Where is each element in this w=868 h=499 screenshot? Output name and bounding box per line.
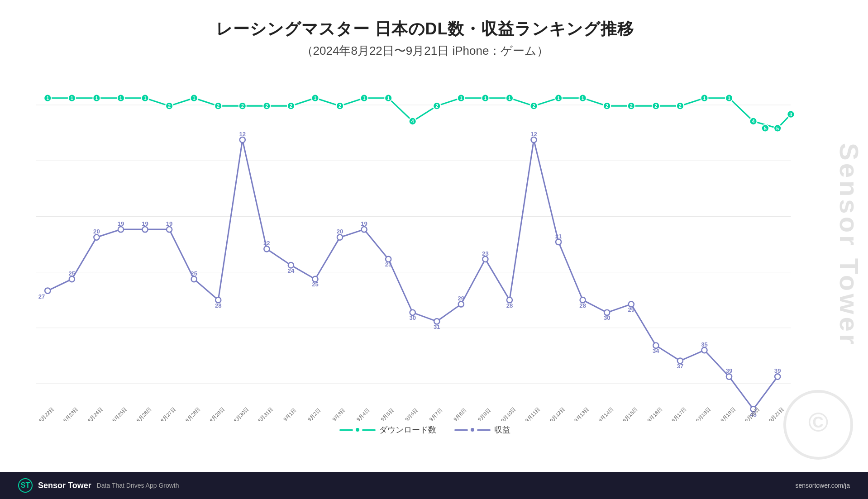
svg-text:9月11日: 9月11日 [524, 406, 541, 421]
chart-title: レーシングマスター 日本のDL数・収益ランキング推移 [36, 18, 814, 40]
svg-text:9月13日: 9月13日 [573, 406, 590, 421]
svg-text:2: 2 [339, 103, 341, 109]
svg-text:1: 1 [728, 95, 730, 101]
footer-logo: ST [18, 478, 33, 493]
svg-text:8月28日: 8月28日 [184, 406, 201, 421]
chart-area: 27 25 20 19 19 19 25 [36, 68, 814, 421]
svg-text:1: 1 [387, 95, 390, 101]
svg-text:1: 1 [95, 95, 98, 101]
svg-text:9月5日: 9月5日 [380, 407, 395, 421]
svg-point-6 [45, 288, 50, 293]
svg-point-66 [775, 374, 780, 379]
svg-text:20: 20 [93, 228, 100, 235]
svg-text:12: 12 [530, 131, 537, 138]
svg-text:9月18日: 9月18日 [695, 406, 711, 421]
svg-text:8月30日: 8月30日 [233, 406, 249, 421]
svg-text:37: 37 [677, 363, 684, 370]
chart-container: レーシングマスター 日本のDL数・収益ランキング推移 （2024年8月22日〜9… [0, 0, 868, 499]
svg-text:8月26日: 8月26日 [135, 406, 152, 421]
svg-text:24: 24 [288, 267, 295, 274]
svg-point-32 [362, 227, 367, 232]
svg-text:8月31日: 8月31日 [257, 406, 274, 421]
svg-text:21: 21 [555, 233, 562, 240]
svg-text:8月27日: 8月27日 [160, 406, 176, 421]
svg-text:19: 19 [118, 220, 124, 227]
svg-text:4: 4 [752, 119, 755, 124]
svg-text:2: 2 [217, 103, 219, 109]
svg-text:4: 4 [411, 119, 415, 124]
svg-text:34: 34 [653, 347, 659, 354]
svg-text:2: 2 [290, 103, 292, 109]
svg-text:12: 12 [239, 131, 246, 138]
svg-text:1: 1 [484, 95, 486, 101]
svg-text:9月8日: 9月8日 [453, 407, 467, 421]
svg-text:9月19日: 9月19日 [720, 406, 736, 421]
footer-brand-name: Sensor Tower [38, 481, 91, 490]
svg-text:39: 39 [774, 367, 781, 374]
svg-text:2: 2 [679, 103, 682, 109]
svg-text:2: 2 [606, 103, 608, 109]
svg-point-8 [69, 276, 75, 282]
svg-text:9月14日: 9月14日 [597, 406, 614, 421]
svg-text:8月24日: 8月24日 [87, 406, 104, 421]
svg-text:1: 1 [703, 95, 706, 101]
svg-point-46 [531, 137, 536, 143]
svg-text:28: 28 [215, 302, 222, 309]
svg-point-24 [264, 246, 269, 252]
svg-point-30 [337, 234, 343, 240]
svg-text:9月12日: 9月12日 [549, 406, 566, 421]
svg-point-22 [240, 137, 245, 143]
svg-text:25: 25 [191, 270, 197, 277]
svg-text:1: 1 [193, 95, 196, 101]
svg-text:39: 39 [726, 367, 733, 374]
svg-point-42 [482, 257, 488, 262]
svg-text:1: 1 [46, 95, 49, 101]
svg-text:28: 28 [506, 302, 513, 309]
svg-text:9月6日: 9月6日 [404, 407, 419, 421]
svg-text:19: 19 [361, 220, 367, 227]
svg-text:1: 1 [460, 95, 463, 101]
svg-text:35: 35 [701, 341, 708, 348]
svg-text:9月9日: 9月9日 [477, 407, 491, 421]
svg-text:28: 28 [579, 302, 586, 309]
svg-text:19: 19 [142, 220, 148, 227]
svg-point-62 [726, 374, 732, 379]
svg-text:30: 30 [604, 314, 610, 321]
svg-text:30: 30 [409, 314, 416, 321]
svg-text:9月21日: 9月21日 [768, 406, 785, 421]
svg-text:31: 31 [434, 323, 440, 330]
svg-point-60 [701, 347, 707, 353]
svg-point-40 [458, 301, 464, 307]
svg-text:2: 2 [654, 103, 657, 109]
svg-text:9月16日: 9月16日 [646, 406, 663, 421]
chart-legend: ダウンロード数 収益 [36, 424, 814, 435]
svg-text:9月3日: 9月3日 [331, 407, 346, 421]
svg-text:9月4日: 9月4日 [355, 407, 370, 421]
svg-point-12 [118, 227, 124, 232]
footer-brand-section: ST Sensor Tower Data That Drives App Gro… [18, 478, 179, 493]
chart-subtitle: （2024年8月22日〜9月21日 iPhone：ゲーム） [36, 43, 814, 59]
svg-text:9月10日: 9月10日 [500, 406, 517, 421]
svg-text:1: 1 [362, 95, 365, 101]
svg-text:2: 2 [241, 103, 244, 109]
svg-text:25: 25 [69, 270, 76, 277]
svg-text:1: 1 [582, 95, 584, 101]
chart-svg: 27 25 20 19 19 19 25 [36, 68, 814, 421]
svg-text:9月15日: 9月15日 [621, 406, 638, 421]
svg-text:1: 1 [314, 95, 316, 101]
svg-text:9月7日: 9月7日 [428, 407, 443, 421]
svg-point-18 [191, 276, 197, 282]
svg-text:9月1日: 9月1日 [282, 407, 297, 421]
svg-text:8月22日: 8月22日 [38, 406, 55, 421]
svg-text:23: 23 [385, 261, 392, 268]
svg-text:2: 2 [532, 103, 535, 109]
svg-text:2: 2 [435, 103, 438, 109]
svg-text:5: 5 [764, 125, 767, 131]
svg-text:1: 1 [119, 95, 122, 101]
svg-text:2: 2 [265, 103, 268, 109]
svg-text:23: 23 [482, 250, 489, 257]
svg-text:3: 3 [789, 112, 792, 117]
svg-point-48 [556, 239, 561, 245]
svg-text:8月29日: 8月29日 [209, 406, 225, 421]
svg-text:1: 1 [508, 95, 511, 101]
